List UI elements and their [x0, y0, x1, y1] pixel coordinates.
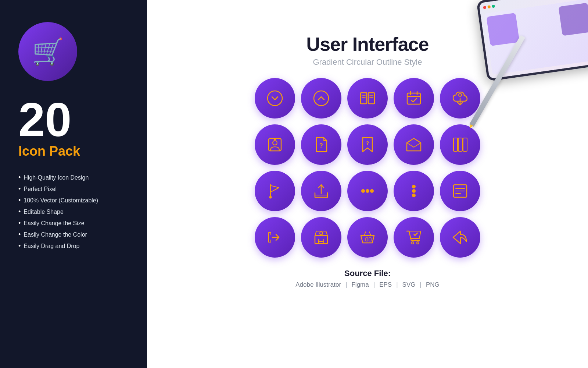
icon-more-vertical [394, 171, 434, 211]
flag-icon [265, 181, 285, 201]
icon-grid: ? ? [169, 78, 566, 258]
list-text-icon [450, 181, 470, 201]
format-figma: Figma [351, 281, 369, 289]
svg-rect-44 [366, 238, 368, 241]
icon-file-unknown: ? [301, 124, 341, 165]
svg-point-39 [320, 232, 323, 235]
source-formats: Adobe Illustrator | Figma | EPS | SVG | … [169, 281, 566, 289]
svg-point-25 [270, 197, 272, 198]
icon-calendar-check [394, 78, 434, 118]
svg-point-17 [273, 141, 277, 145]
calendar-check-icon [404, 88, 424, 108]
pack-label: Icon Pack [18, 144, 132, 159]
chevron-down-circle-icon [265, 88, 285, 108]
bookmark-question-icon: ? [358, 135, 377, 155]
svg-rect-45 [369, 238, 371, 241]
dot-yellow [487, 5, 491, 8]
tablet-ui-dots [483, 5, 495, 9]
svg-point-30 [370, 190, 373, 192]
icon-grid-3x2 [440, 124, 480, 165]
icon-more-horizontal [347, 171, 388, 211]
svg-rect-10 [407, 93, 420, 104]
svg-rect-23 [463, 138, 467, 151]
svg-point-46 [412, 242, 414, 244]
icon-open-mail [394, 124, 434, 165]
icon-list-text [440, 171, 480, 211]
icon-user-badge [255, 124, 295, 165]
format-illustrator: Adobe Illustrator [295, 281, 341, 289]
svg-point-14 [459, 93, 462, 96]
svg-point-29 [366, 190, 369, 192]
icon-share-forward [255, 217, 295, 258]
svg-point-33 [412, 194, 415, 197]
format-eps: EPS [379, 281, 392, 289]
right-panel: User Interface Gradient Circular Outline… [147, 0, 588, 368]
svg-point-1 [314, 91, 329, 106]
left-panel: 🛒 20 Icon Pack High-Quality Icon Design … [0, 0, 147, 368]
svg-point-32 [412, 190, 415, 192]
source-title: Source File: [169, 269, 566, 278]
icon-reply [440, 217, 480, 258]
svg-rect-2 [361, 93, 367, 104]
svg-rect-21 [453, 138, 458, 151]
tablet-screen [479, 0, 588, 79]
feature-item: Perfect Pixel [18, 185, 132, 193]
open-book-icon [358, 88, 377, 108]
svg-point-28 [362, 190, 365, 192]
feature-item: Easily Change the Color [18, 231, 132, 238]
feature-item: Editable Shape [18, 208, 132, 216]
share-forward-icon [265, 227, 285, 247]
icon-flag [255, 171, 295, 211]
feature-item: High-Quality Icon Design [18, 174, 132, 181]
more-horizontal-icon [358, 181, 377, 201]
svg-rect-22 [458, 138, 462, 151]
svg-point-47 [417, 242, 419, 244]
icon-cart-check [394, 217, 434, 258]
cart-check-icon [404, 227, 424, 247]
feature-item: Easily Drag and Drop [18, 242, 132, 250]
dot-red [483, 6, 486, 9]
icon-open-book [347, 78, 388, 118]
source-section: Source File: Adobe Illustrator | Figma |… [169, 269, 566, 296]
file-unknown-icon: ? [311, 135, 331, 155]
icon-tray-upload [301, 171, 341, 211]
cloud-download-icon [450, 88, 470, 108]
basket-icon: 🛒 [32, 36, 64, 67]
tray-upload-icon [311, 181, 331, 201]
big-number: 20 [18, 96, 132, 144]
svg-point-31 [412, 185, 415, 188]
format-png: PNG [426, 281, 440, 289]
feature-item: 100% Vector (Customizable) [18, 197, 132, 204]
svg-text:?: ? [366, 140, 369, 146]
feature-item: Easily Change the Size [18, 219, 132, 227]
chevron-up-circle-icon [311, 88, 331, 108]
svg-rect-38 [315, 236, 327, 244]
svg-rect-3 [368, 93, 374, 104]
store-icon [311, 227, 331, 247]
format-svg: SVG [402, 281, 416, 289]
svg-point-0 [268, 91, 282, 106]
svg-point-18 [274, 138, 276, 140]
icon-cloud-download [440, 78, 480, 118]
icon-store [301, 217, 341, 258]
svg-text:?: ? [319, 142, 323, 149]
icon-basket [347, 217, 388, 258]
features-list: High-Quality Icon Design Perfect Pixel 1… [18, 174, 132, 250]
basket-icon [358, 227, 377, 247]
user-badge-icon [265, 135, 285, 155]
icon-chevron-up-circle [301, 78, 341, 118]
icon-chevron-down-circle [255, 78, 295, 118]
logo-circle: 🛒 [18, 22, 77, 81]
divider: | [345, 281, 347, 289]
grid-icon [450, 135, 470, 155]
dot-green [492, 5, 495, 8]
reply-icon [450, 227, 470, 247]
more-vertical-icon [404, 181, 424, 201]
tablet-mockup [476, 0, 588, 81]
icon-bookmark-question: ? [347, 124, 388, 165]
divider: | [396, 281, 398, 289]
open-mail-icon [404, 135, 424, 155]
divider: | [373, 281, 375, 289]
divider: | [420, 281, 421, 289]
